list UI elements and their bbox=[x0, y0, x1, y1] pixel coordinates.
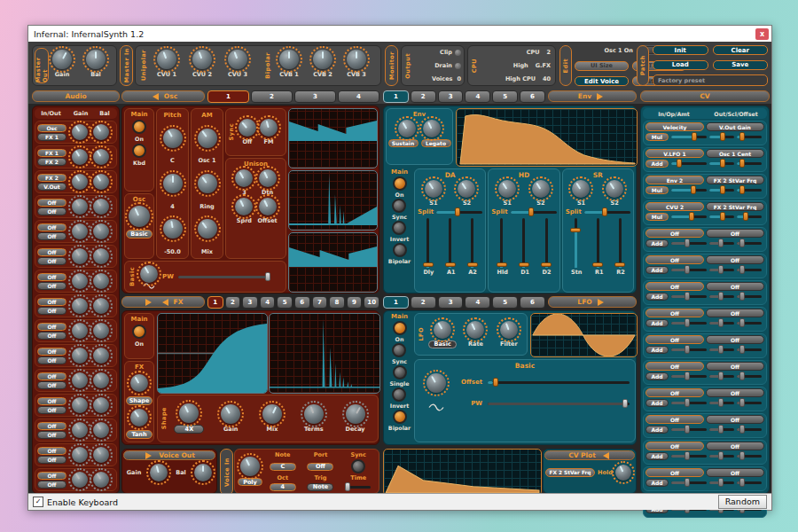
stn-slider[interactable] bbox=[570, 218, 581, 268]
route-target-button[interactable]: Off bbox=[37, 481, 66, 489]
lfo-section-header[interactable]: LFO bbox=[548, 296, 637, 308]
fx-shaper-knob[interactable] bbox=[130, 409, 148, 426]
route-source-button[interactable]: FX 1 bbox=[37, 149, 66, 157]
route-gain-knob[interactable] bbox=[72, 149, 88, 165]
a1-slider[interactable] bbox=[445, 218, 456, 268]
tab-5[interactable]: 5 bbox=[277, 296, 293, 309]
sync-toggle[interactable] bbox=[392, 343, 406, 357]
fx-section-header[interactable]: FX bbox=[121, 296, 205, 308]
tab-4[interactable]: 4 bbox=[465, 90, 490, 103]
route-bal-knob[interactable] bbox=[93, 422, 109, 438]
voice-sync-toggle[interactable] bbox=[351, 459, 365, 473]
edit-button[interactable]: Edit bbox=[559, 45, 572, 86]
route-bal-knob[interactable] bbox=[93, 248, 109, 264]
cv-amount-slider[interactable] bbox=[671, 212, 707, 221]
single-toggle[interactable] bbox=[393, 365, 407, 379]
master-bal-knob[interactable] bbox=[86, 50, 106, 69]
cv-offset-slider[interactable] bbox=[737, 292, 762, 301]
cv-offset-slider[interactable] bbox=[737, 478, 762, 487]
cv-op-dropdown[interactable]: Mul bbox=[645, 186, 669, 194]
route-gain-knob[interactable] bbox=[72, 124, 88, 140]
sync-toggle[interactable] bbox=[392, 199, 406, 213]
r2-slider[interactable] bbox=[614, 218, 625, 268]
route-source-button[interactable]: Off bbox=[37, 397, 66, 405]
cv-target-dropdown[interactable]: FX 2 StVar Frq bbox=[706, 202, 764, 211]
route-source-button[interactable]: Osc bbox=[37, 124, 66, 132]
cv-op-dropdown[interactable]: Mul bbox=[645, 213, 669, 221]
shape-terms-knob[interactable] bbox=[304, 404, 324, 424]
split-slider[interactable] bbox=[584, 207, 630, 216]
cv-source-dropdown[interactable]: Off bbox=[645, 229, 704, 238]
route-bal-knob[interactable] bbox=[93, 348, 109, 364]
cv-amount-slider[interactable] bbox=[671, 372, 707, 380]
note-dropdown[interactable]: C bbox=[270, 463, 296, 471]
route-bal-knob[interactable] bbox=[93, 199, 109, 215]
osc-kbd-toggle[interactable] bbox=[132, 144, 146, 158]
cv-offset-slider[interactable] bbox=[737, 132, 762, 141]
cv-op-dropdown[interactable]: Add bbox=[645, 160, 669, 168]
r1-slider[interactable] bbox=[592, 218, 603, 268]
cv-op-dropdown[interactable]: Add bbox=[645, 479, 669, 487]
audio-section-header[interactable]: Audio bbox=[32, 90, 120, 102]
route-target-button[interactable]: Off bbox=[37, 307, 66, 315]
cv-source-dropdown[interactable]: Off bbox=[645, 468, 704, 477]
am-mix-knob[interactable] bbox=[198, 219, 217, 239]
split-slider[interactable] bbox=[436, 207, 482, 216]
cv-scale-slider[interactable] bbox=[709, 478, 734, 487]
fx-on-toggle[interactable] bbox=[132, 325, 146, 339]
env-s1-knob[interactable] bbox=[498, 180, 516, 198]
cv-offset-slider[interactable] bbox=[737, 372, 762, 380]
shape-gain-knob[interactable] bbox=[221, 404, 240, 424]
hold-knob[interactable] bbox=[615, 465, 631, 481]
cv-target-dropdown[interactable]: V.Out Gain bbox=[706, 122, 764, 131]
am-ring-knob[interactable] bbox=[198, 174, 217, 193]
cv-scale-slider[interactable] bbox=[709, 292, 734, 301]
route-source-button[interactable]: Off bbox=[37, 199, 66, 207]
tab-8[interactable]: 8 bbox=[329, 296, 345, 309]
cv-target-dropdown[interactable]: Off bbox=[706, 442, 764, 450]
fx-shaper-dropdown[interactable]: Tanh bbox=[126, 430, 153, 439]
voice-mode-knob[interactable] bbox=[240, 457, 260, 476]
route-target-button[interactable]: Off bbox=[37, 282, 66, 290]
route-gain-knob[interactable] bbox=[72, 248, 88, 264]
env-knob-2[interactable] bbox=[423, 120, 441, 137]
route-source-button[interactable]: Off bbox=[37, 348, 66, 356]
cv-source-dropdown[interactable]: Velocity bbox=[645, 122, 704, 131]
route-target-button[interactable]: Off bbox=[37, 356, 66, 364]
route-bal-knob[interactable] bbox=[93, 447, 109, 463]
cv-scale-slider[interactable] bbox=[709, 372, 734, 380]
route-bal-knob[interactable] bbox=[93, 273, 109, 289]
cv-offset-slider[interactable] bbox=[737, 239, 762, 247]
cv-amount-slider[interactable] bbox=[671, 318, 707, 327]
route-bal-knob[interactable] bbox=[93, 149, 109, 165]
osc-on-toggle[interactable] bbox=[132, 120, 146, 134]
title-bar[interactable]: Infernal: InfernalSynth 1.2 x bbox=[28, 26, 771, 43]
cv-source-dropdown[interactable]: Off bbox=[645, 255, 704, 264]
cv-op-dropdown[interactable]: Add bbox=[645, 426, 669, 434]
cvb1-knob[interactable] bbox=[279, 50, 299, 69]
route-bal-knob[interactable] bbox=[93, 372, 109, 388]
cv-plot-header[interactable]: CV Plot bbox=[544, 450, 635, 460]
cv-target-dropdown[interactable]: Off bbox=[706, 282, 764, 291]
preset-dropdown[interactable]: Factory preset bbox=[653, 74, 768, 86]
route-gain-knob[interactable] bbox=[72, 273, 88, 289]
cv-op-dropdown[interactable]: Add bbox=[645, 399, 669, 407]
cvu3-knob[interactable] bbox=[228, 50, 247, 69]
a2-slider[interactable] bbox=[467, 218, 478, 268]
on-toggle[interactable] bbox=[393, 321, 407, 335]
cv-amount-slider[interactable] bbox=[671, 265, 707, 274]
cv-source-dropdown[interactable]: CVU 2 bbox=[645, 202, 704, 211]
cv-op-dropdown[interactable]: Add bbox=[645, 372, 669, 380]
route-target-button[interactable]: Off bbox=[37, 406, 66, 414]
route-target-button[interactable]: Off bbox=[37, 381, 66, 389]
voice-gain-knob[interactable] bbox=[150, 464, 168, 481]
cv-offset-slider[interactable] bbox=[737, 159, 762, 168]
patch-button[interactable]: Patch bbox=[637, 45, 649, 86]
tab-2[interactable]: 2 bbox=[251, 90, 293, 103]
route-bal-knob[interactable] bbox=[93, 223, 109, 239]
route-bal-knob[interactable] bbox=[93, 124, 109, 140]
lfo-rate-knob[interactable] bbox=[466, 321, 484, 339]
cvb3-knob[interactable] bbox=[347, 50, 366, 69]
cv-target-dropdown[interactable]: Off bbox=[706, 415, 764, 424]
unison-offset-knob[interactable] bbox=[259, 198, 277, 215]
